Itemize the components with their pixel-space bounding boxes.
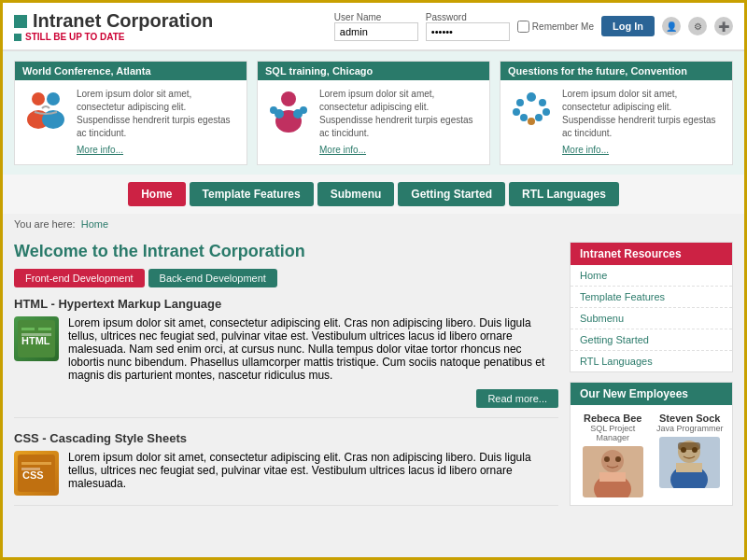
password-label: Password <box>426 12 467 22</box>
username-input[interactable] <box>334 22 418 41</box>
banner: World Conference, Atlanta Lorem ipsum do… <box>3 51 744 175</box>
logo-title: Intranet Corporation <box>14 10 213 32</box>
main: Welcome to the Intranet Corporation Fron… <box>3 234 744 526</box>
svg-text:CSS: CSS <box>22 469 44 481</box>
banner-card-1: SQL training, Chicago Lorem ipsum dolor … <box>257 61 490 165</box>
nav: Home Template Features Submenu Getting S… <box>3 175 744 214</box>
sidebar-item-submenu[interactable]: Submenu <box>571 308 732 329</box>
svg-rect-30 <box>599 472 626 482</box>
article-html-title: HTML - Hypertext Markup Language <box>14 297 558 311</box>
content-tabs: Front-end Development Back-end Developme… <box>14 269 558 287</box>
sidebar-resources-list: Home Template Features Submenu Getting S… <box>571 265 732 371</box>
banner-text-2: Lorem ipsum dolor sit amet, consectetur … <box>562 88 725 157</box>
header-right: User Name Password Remember Me Log In 👤 … <box>334 12 733 41</box>
nav-item-template[interactable]: Template Features <box>190 182 314 206</box>
banner-card-body-1: Lorem ipsum dolor sit amet, consectetur … <box>265 88 482 157</box>
settings-icon[interactable]: ⚙ <box>688 17 707 35</box>
sidebar-resources-title: Intranet Resources <box>571 243 732 265</box>
banner-icon-0 <box>22 88 69 139</box>
banner-card-body-0: Lorem ipsum dolor sit amet, consectetur … <box>22 88 239 157</box>
banner-icon-1 <box>265 88 312 139</box>
tab-frontend[interactable]: Front-end Development <box>14 269 145 287</box>
svg-rect-21 <box>38 328 51 330</box>
password-input[interactable] <box>426 22 510 41</box>
banner-card-title-1: SQL training, Chicago <box>258 62 489 80</box>
banner-card-0: World Conference, Atlanta Lorem ipsum do… <box>14 61 247 165</box>
svg-point-16 <box>535 114 543 121</box>
logo-subtitle-text: STILL BE UP TO DATE <box>25 32 125 42</box>
svg-point-13 <box>513 108 520 116</box>
svg-point-11 <box>516 99 524 106</box>
banner-icon-2 <box>508 88 555 139</box>
svg-text:HTML: HTML <box>21 335 50 346</box>
sidebar-item-home[interactable]: Home <box>571 265 732 287</box>
add-user-icon[interactable]: ➕ <box>714 17 733 35</box>
logo-text: Intranet Corporation <box>33 10 213 32</box>
breadcrumb-current[interactable]: Home <box>81 218 108 230</box>
employees-title: Our New Employees <box>571 383 732 405</box>
article-css-text-area: Lorem ipsum dolor sit amet, consectetur … <box>68 451 558 496</box>
svg-point-9 <box>300 106 307 114</box>
svg-rect-22 <box>21 333 51 336</box>
sidebar-resources-box: Intranet Resources Home Template Feature… <box>570 242 733 372</box>
content-title: Welcome to the Intranet Corporation <box>14 242 558 261</box>
password-field: Password <box>426 12 510 41</box>
employee-1: Steven Sock Java Programmer <box>655 413 726 497</box>
login-button[interactable]: Log In <box>601 16 655 36</box>
nav-item-home[interactable]: Home <box>128 182 185 206</box>
nav-item-getting-started[interactable]: Getting Started <box>398 182 505 206</box>
remember-label: Remember Me <box>532 21 594 32</box>
article-css-title: CSS - Cascading Style Sheets <box>14 431 558 445</box>
content: Welcome to the Intranet Corporation Fron… <box>14 242 558 519</box>
article-css-text: Lorem ipsum dolor sit amet, consectetur … <box>68 451 558 490</box>
nav-item-rtl[interactable]: RTL Languages <box>509 182 619 206</box>
employee-role-1: Java Programmer <box>655 424 726 433</box>
svg-rect-39 <box>678 442 700 450</box>
tab-backend[interactable]: Back-end Development <box>148 269 277 287</box>
employee-role-0: SQL Project Manager <box>578 424 648 442</box>
banner-card-body-2: Lorem ipsum dolor sit amet, consectetur … <box>508 88 725 157</box>
sidebar-item-template[interactable]: Template Features <box>571 287 732 308</box>
svg-point-12 <box>539 99 546 106</box>
nav-item-submenu[interactable]: Submenu <box>317 182 395 206</box>
username-field: User Name <box>334 12 418 41</box>
article-html-text-area: Lorem ipsum dolor sit amet, consectetur … <box>68 316 558 408</box>
remember-checkbox[interactable] <box>517 21 529 33</box>
employees-grid: Rebeca Bee SQL Project Manager <box>571 405 732 505</box>
svg-point-28 <box>601 450 624 472</box>
user-icon[interactable]: 👤 <box>662 17 681 35</box>
logo-subtitle: STILL BE UP TO DATE <box>14 32 213 42</box>
article-html-text: Lorem ipsum dolor sit amet, consectetur … <box>68 316 558 382</box>
remember-area: Remember Me <box>517 21 594 33</box>
breadcrumb: You are here: Home <box>3 214 744 234</box>
svg-rect-20 <box>21 328 35 330</box>
employee-name-1: Steven Sock <box>655 413 726 424</box>
employee-avatar-1 <box>659 437 720 488</box>
employees-box: Our New Employees Rebeca Bee SQL Project… <box>570 382 733 506</box>
svg-rect-36 <box>676 463 702 472</box>
svg-point-0 <box>32 92 45 105</box>
article-html-body: HTML Lorem ipsum dolor sit amet, consect… <box>14 316 558 408</box>
more-info-0[interactable]: More info... <box>77 144 239 157</box>
svg-rect-26 <box>21 468 40 470</box>
article-css: CSS - Cascading Style Sheets CSS Lorem i… <box>14 431 558 506</box>
article-html: HTML - Hypertext Markup Language HTML Lo… <box>14 297 558 418</box>
sidebar-item-getting-started[interactable]: Getting Started <box>571 329 732 351</box>
svg-point-4 <box>281 91 296 106</box>
sidebar: Intranet Resources Home Template Feature… <box>570 242 733 519</box>
sidebar-item-rtl[interactable]: RTL Languages <box>571 351 732 371</box>
logo-area: Intranet Corporation STILL BE UP TO DATE <box>14 10 213 42</box>
logo-subtitle-icon <box>14 34 21 41</box>
svg-point-15 <box>520 114 528 121</box>
more-info-2[interactable]: More info... <box>562 144 725 157</box>
svg-point-17 <box>528 118 535 125</box>
header: Intranet Corporation STILL BE UP TO DATE… <box>3 3 744 51</box>
username-label: User Name <box>334 12 382 22</box>
more-info-1[interactable]: More info... <box>319 144 482 157</box>
svg-rect-25 <box>21 462 51 465</box>
banner-text-1: Lorem ipsum dolor sit amet, consectetur … <box>319 88 482 157</box>
breadcrumb-prefix: You are here: <box>14 218 76 230</box>
svg-point-32 <box>615 456 621 462</box>
employee-0: Rebeca Bee SQL Project Manager <box>578 413 648 497</box>
read-more-button[interactable]: Read more... <box>476 389 558 408</box>
